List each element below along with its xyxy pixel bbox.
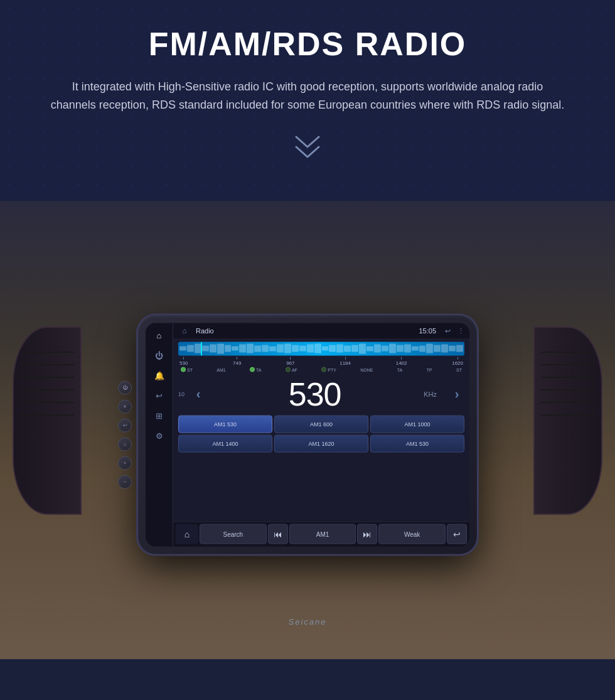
am1-label: AM1	[217, 367, 225, 372]
st-label: ST	[187, 367, 193, 372]
topbar-back-icon[interactable]: ↩	[440, 325, 455, 337]
search-button[interactable]: Search	[200, 524, 267, 544]
sidebar-home-icon[interactable]: ⌂	[149, 326, 169, 344]
topbar: ⌂ Radio 15:05 ↩ ⋮	[173, 323, 469, 339]
screen-bezel: ⏻ ≡ ↩ ⌂ + − ⌂ ⏻ 🔔 ↩ ⊞ ⚙	[138, 315, 477, 554]
topbar-title: Radio	[196, 327, 419, 335]
preset-btn-5[interactable]: AM1 1620	[274, 434, 368, 452]
home-btn2[interactable]: ⌂	[118, 437, 132, 451]
freq-unit: KHz	[424, 390, 449, 397]
top-section: FM/AM/RDS RADIO It integrated with High-…	[0, 0, 615, 201]
power-btn[interactable]: ⏻	[118, 380, 132, 394]
pty-label: PTY	[328, 367, 336, 372]
freq-tick-530: 530	[179, 357, 188, 365]
freq-tick-marks: 530 749 967 1184 1402 1620	[178, 357, 464, 365]
sidebar-power-icon[interactable]: ⏻	[149, 347, 169, 364]
preset-btn-2[interactable]: AM1 600	[274, 415, 368, 433]
af-label: AF	[292, 367, 297, 372]
radio-main-content: ⌂ Radio 15:05 ↩ ⋮	[173, 323, 469, 546]
freq-tick-1184: 1184	[340, 357, 351, 365]
page-title: FM/AM/RDS RADIO	[38, 25, 577, 63]
menu-btn[interactable]: ≡	[118, 399, 132, 413]
sidebar-apps-icon[interactable]: ⊞	[149, 407, 169, 424]
next-freq-button[interactable]: ›	[449, 378, 464, 409]
next-track-button[interactable]: ⏭	[357, 524, 377, 544]
next-icon: ⏭	[363, 529, 372, 539]
topbar-home-icon[interactable]: ⌂	[178, 325, 191, 337]
left-vent-area	[13, 326, 82, 515]
freq-tick-749: 749	[233, 357, 241, 365]
af-indicator-dot	[286, 367, 291, 372]
side-controls-left: ⏻ ≡ ↩ ⌂ + −	[118, 380, 132, 488]
indicator-pty: PTY	[321, 367, 336, 372]
tp-label: TP	[427, 367, 432, 372]
channel-number: 10	[178, 390, 191, 397]
st2-label: ST	[456, 367, 462, 372]
band-label: AM1	[316, 530, 329, 537]
none-label: NONE	[360, 367, 373, 372]
freq-tick-967: 967	[286, 357, 294, 365]
sidebar-notification-icon[interactable]: 🔔	[149, 367, 169, 384]
preset-btn-3[interactable]: AM1 1000	[370, 415, 464, 433]
ta-indicator-dot	[250, 367, 255, 372]
preset-btn-1[interactable]: AM1 530	[178, 415, 272, 433]
back-btn[interactable]: ↩	[118, 418, 132, 432]
current-frequency: 530	[206, 377, 424, 410]
page-description: It integrated with High-Sensitive radio …	[50, 78, 565, 114]
brand-label: Seicane	[138, 617, 477, 627]
main-screen: ⌂ ⏻ 🔔 ↩ ⊞ ⚙ ⌂ Radio 15:05 ↩ ⋮	[146, 323, 469, 546]
scroll-down-icon[interactable]	[292, 134, 323, 163]
indicators-row: ST AM1 TA AF	[178, 365, 464, 374]
bottom-bar: ⌂ Search ⏮ AM1 ⏭	[173, 521, 469, 546]
topbar-menu-icon[interactable]: ⋮	[457, 326, 464, 335]
bottom-home-button[interactable]: ⌂	[176, 524, 198, 544]
topbar-time: 15:05	[419, 327, 436, 335]
vol-btn-dn[interactable]: −	[118, 475, 132, 488]
indicator-af: AF	[286, 367, 297, 372]
indicator-ta: TA	[250, 367, 261, 372]
sidebar-back-icon[interactable]: ↩	[149, 387, 169, 404]
preset-grid: AM1 530 AM1 600 AM1 1000 AM1 1400 AM1 16…	[173, 412, 469, 455]
channel-display: 10 ‹ 530 KHz ›	[173, 375, 469, 412]
preset-btn-4[interactable]: AM1 1400	[178, 434, 272, 452]
weak-button[interactable]: Weak	[378, 524, 446, 544]
car-section: ⏻ ≡ ↩ ⌂ + − ⌂ ⏻ 🔔 ↩ ⊞ ⚙	[0, 201, 615, 659]
sidebar: ⌂ ⏻ 🔔 ↩ ⊞ ⚙	[146, 323, 173, 546]
freq-tick-1620: 1620	[452, 357, 463, 365]
freq-tick-1402: 1402	[396, 357, 407, 365]
search-label: Search	[223, 530, 243, 537]
weak-label: Weak	[404, 530, 420, 537]
prev-track-button[interactable]: ⏮	[268, 524, 288, 544]
ta-label: TA	[256, 367, 261, 372]
preset-btn-6[interactable]: AM1 530	[370, 434, 464, 452]
freq-wave	[178, 342, 464, 355]
indicator-st-am1: ST	[181, 367, 193, 372]
prev-icon: ⏮	[274, 529, 282, 539]
home-icon: ⌂	[184, 529, 190, 539]
sidebar-settings-icon[interactable]: ⚙	[149, 427, 169, 444]
back-button[interactable]: ↩	[447, 524, 467, 544]
tuner-area: 530 749 967 1184 1402 1620 ST	[173, 339, 469, 375]
pty-indicator-dot	[321, 367, 326, 372]
prev-freq-button[interactable]: ‹	[191, 378, 206, 409]
frequency-bar[interactable]	[178, 342, 464, 355]
right-vent-area	[533, 326, 602, 515]
band-button[interactable]: AM1	[289, 524, 356, 544]
freq-big-display: 530	[206, 377, 424, 410]
vol-btn[interactable]: +	[118, 456, 132, 470]
radio-screen-container: ⏻ ≡ ↩ ⌂ + − ⌂ ⏻ 🔔 ↩ ⊞ ⚙	[138, 315, 477, 554]
st-indicator-dot	[181, 367, 186, 372]
ta2-label: TA	[397, 367, 402, 372]
back-icon: ↩	[453, 529, 461, 539]
